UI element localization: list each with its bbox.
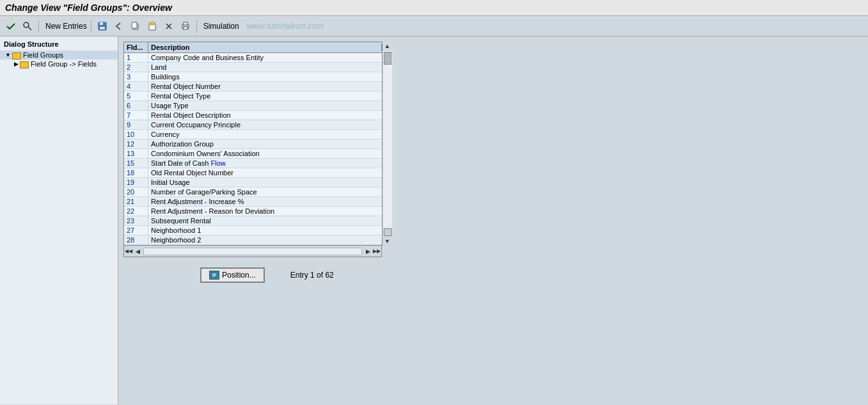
sidebar-item-field-group-fields[interactable]: ▶ Field Group -> Fields — [0, 60, 118, 68]
cell-fld: 10 — [124, 130, 148, 139]
cell-description: Rental Object Description — [148, 111, 381, 120]
table-row[interactable]: 10Currency — [124, 130, 391, 139]
cell-fld: 12 — [124, 139, 148, 148]
table-row[interactable]: 4Rental Object Number — [124, 82, 391, 91]
cell-fld: 20 — [124, 187, 148, 196]
folder-icon-sub — [20, 61, 29, 68]
flow-link[interactable]: Flow — [211, 159, 226, 167]
cell-description: Rental Object Number — [148, 82, 381, 91]
table-row[interactable]: 28Neighborhood 2 — [124, 235, 391, 245]
position-btn-icon — [209, 271, 219, 280]
table-row[interactable]: 12Authorization Group — [124, 139, 391, 149]
cell-fld: 4 — [124, 82, 148, 91]
table-row[interactable]: 22Rent Adjustment - Reason for Deviation — [124, 207, 391, 216]
find-button[interactable] — [20, 19, 35, 33]
svg-point-0 — [24, 22, 29, 28]
table-header: Fld... Description — [124, 42, 391, 53]
table-row[interactable]: 21Rent Adjustment - Increase % — [124, 197, 391, 207]
col-header-fld: Fld... — [124, 42, 148, 52]
table-row[interactable]: 6Usage Type — [124, 101, 391, 111]
tree-item-label-field-group-fields: Field Group -> Fields — [31, 60, 97, 68]
hscroll-jump-right[interactable]: ▶▶ — [372, 247, 381, 256]
svg-line-1 — [28, 27, 31, 30]
cell-fld: 2 — [124, 63, 148, 72]
cell-fld: 6 — [124, 101, 148, 110]
back-button[interactable] — [112, 19, 126, 33]
bottom-area: Position... Entry 1 of 62 — [123, 267, 863, 283]
hscroll-left-arrow[interactable]: ◀ — [133, 246, 142, 257]
print-button[interactable] — [178, 19, 193, 33]
table-body: 1Company Code and Business Entity2Land3B… — [124, 53, 391, 245]
cell-fld: 28 — [124, 235, 148, 244]
folder-icon — [12, 52, 21, 60]
title-bar: Change View "Field Groups": Overview — [0, 0, 868, 16]
cell-description: Land — [148, 63, 381, 72]
paste-button[interactable] — [145, 19, 159, 33]
save-button[interactable] — [95, 19, 109, 33]
vertical-scrollbar[interactable]: ▲ ▼ — [382, 42, 392, 246]
watermark: www.tutorialkart.com — [247, 21, 324, 31]
cell-description: Authorization Group — [148, 139, 381, 148]
cell-description: Current Occupancy Principle — [148, 120, 381, 129]
cell-description: Start Date of Cash Flow — [148, 159, 381, 168]
table-row[interactable]: 20Number of Garage/Parking Space — [124, 187, 391, 197]
scroll-page-down[interactable] — [384, 228, 391, 236]
new-entries-button[interactable]: New Entries — [45, 22, 87, 31]
cell-fld: 19 — [124, 178, 148, 187]
position-btn-label: Position... — [222, 271, 256, 280]
sidebar-item-field-groups[interactable]: ▼ Field Groups — [0, 51, 118, 60]
cut-button[interactable] — [162, 19, 176, 33]
copy-button[interactable] — [129, 19, 143, 33]
table-row[interactable]: 13Condominium Owners' Association — [124, 149, 391, 159]
scroll-thumb[interactable] — [384, 52, 391, 65]
cell-description: Currency — [148, 130, 381, 139]
cell-description: Neighborhood 2 — [148, 235, 381, 244]
cell-fld: 23 — [124, 216, 148, 225]
simulation-button[interactable]: Simulation — [203, 22, 239, 31]
table-row[interactable]: 19Initial Usage — [124, 178, 391, 187]
cell-fld: 21 — [124, 197, 148, 206]
left-panel: Dialog Structure ▼ Field Groups ▶ Field … — [0, 36, 118, 404]
hscroll-jump-left[interactable]: ◀◀ — [124, 247, 133, 256]
cell-fld: 1 — [124, 53, 148, 62]
table-row[interactable]: 18Old Rental Object Number — [124, 168, 391, 178]
data-table: Fld... Description 1Company Code and Bus… — [123, 42, 392, 246]
table-row[interactable]: 7Rental Object Description — [124, 111, 391, 120]
cell-fld: 22 — [124, 207, 148, 216]
cell-description: Condominium Owners' Association — [148, 149, 381, 158]
tree-expand-arrow: ▼ — [5, 52, 11, 58]
table-row[interactable]: 5Rental Object Type — [124, 91, 391, 101]
entry-count: Entry 1 of 62 — [290, 271, 334, 280]
toolbar: New Entries Simulation www.tutorialkart.… — [0, 16, 868, 36]
cell-description: Company Code and Business Entity — [148, 53, 381, 62]
cell-fld: 13 — [124, 149, 148, 158]
dialog-structure-header: Dialog Structure — [0, 39, 118, 51]
table-row[interactable]: 9Current Occupancy Principle — [124, 120, 391, 130]
scroll-down-arrow[interactable]: ▼ — [383, 237, 392, 246]
separator-2 — [91, 20, 91, 33]
svg-rect-4 — [100, 27, 105, 29]
tree-expand-arrow-sub: ▶ — [14, 61, 19, 67]
hscroll-right-arrow[interactable]: ▶ — [363, 246, 372, 257]
table-row[interactable]: 3Buildings — [124, 72, 391, 82]
cell-fld: 5 — [124, 91, 148, 100]
table-row[interactable]: 2Land — [124, 63, 391, 72]
position-button[interactable]: Position... — [200, 267, 265, 283]
table-row[interactable]: 15Start Date of Cash Flow — [124, 159, 391, 168]
table-row[interactable]: 27Neighborhood 1 — [124, 226, 391, 235]
cell-fld: 9 — [124, 120, 148, 129]
scroll-track[interactable] — [383, 51, 392, 228]
hscroll-track[interactable] — [143, 248, 362, 255]
cell-description: Subsequent Rental — [148, 216, 381, 225]
table-row[interactable]: 23Subsequent Rental — [124, 216, 391, 226]
svg-rect-12 — [184, 22, 187, 25]
cell-description: Rent Adjustment - Increase % — [148, 197, 381, 206]
cell-fld: 18 — [124, 168, 148, 177]
check-button[interactable] — [4, 19, 18, 33]
scroll-up-arrow[interactable]: ▲ — [383, 42, 392, 51]
table-row[interactable]: 1Company Code and Business Entity — [124, 53, 391, 63]
cell-description: Initial Usage — [148, 178, 381, 187]
horizontal-scrollbar[interactable]: ◀◀ ◀ ▶ ▶▶ — [123, 246, 382, 257]
svg-rect-13 — [184, 27, 187, 29]
cell-description: Rent Adjustment - Reason for Deviation — [148, 207, 381, 216]
